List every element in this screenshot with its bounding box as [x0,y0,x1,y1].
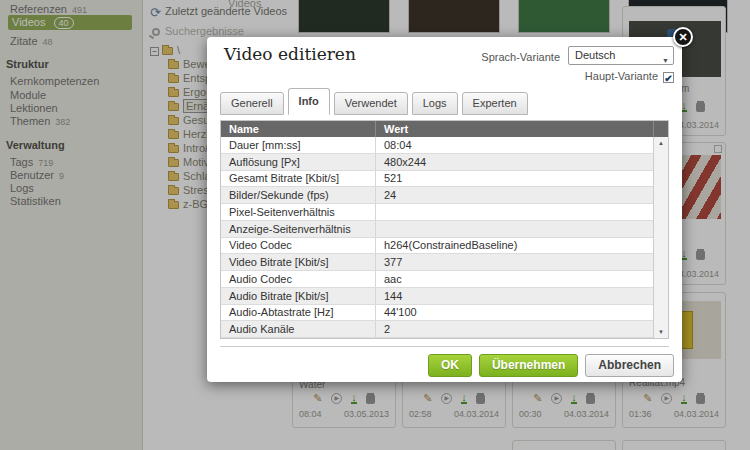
table-row: Anzeige-Seitenverhältnis [221,221,653,238]
info-table: Name Wert Dauer [mm:ss]08:04 Auflösung [… [220,120,669,339]
column-header-wert: Wert [376,121,653,137]
language-variant-select[interactable]: Deutsch ▼ [568,46,674,65]
table-row: Audio Kanäle2 [221,321,653,338]
dialog-buttons: OK Übernehmen Abbrechen [428,354,674,377]
close-icon[interactable]: ✕ [673,27,693,47]
chevron-down-icon: ▼ [662,52,669,69]
dialog-title: Video editieren [224,44,356,64]
table-row: Audio-Abtastrate [Hz]44'100 [221,305,653,322]
ok-button[interactable]: OK [428,354,472,377]
cancel-button[interactable]: Abbrechen [585,354,674,377]
scroll-down-icon[interactable]: ▼ [654,329,668,335]
main-variant-row: Haupt-Variante✔ [585,70,674,83]
table-row: Gesamt Bitrate [Kbit/s]521 [221,171,653,188]
table-row: Video Bitrate [Kbit/s]377 [221,254,653,271]
tab-logs[interactable]: Logs [412,92,458,115]
main-variant-checkbox[interactable]: ✔ [663,72,674,83]
dialog-tabs: Generell Info Verwendet Logs Experten [220,89,528,115]
column-header-stub [653,121,668,137]
table-row: Bilder/Sekunde (fps)24 [221,187,653,204]
table-body: Dauer [mm:ss]08:04 Auflösung [Px]480x244… [221,137,653,338]
column-header-name: Name [221,121,376,137]
footer-divider [220,346,669,347]
table-row: Auflösung [Px]480x244 [221,154,653,171]
tab-experten[interactable]: Experten [462,92,528,115]
table-header-row: Name Wert [221,121,668,137]
table-row: Pixel-Seitenverhältnis [221,204,653,221]
table-row: Dauer [mm:ss]08:04 [221,137,653,154]
video-edit-dialog: Video editieren Sprach-Variante Deutsch … [207,37,682,382]
main-variant-label: Haupt-Variante [585,70,658,82]
table-row: Audio Codecaac [221,271,653,288]
tab-verwendet[interactable]: Verwendet [334,92,408,115]
selected-language: Deutsch [575,49,615,61]
scroll-up-icon[interactable]: ▲ [654,140,668,146]
table-scrollbar[interactable]: ▲ ▼ [653,137,668,338]
table-row: Video Codech264(ConstrainedBaseline) [221,238,653,255]
table-row: Audio Bitrate [Kbit/s]144 [221,288,653,305]
language-variant-label: Sprach-Variante [481,51,560,63]
apply-button[interactable]: Übernehmen [479,354,578,377]
tab-generell[interactable]: Generell [220,92,284,115]
tab-info[interactable]: Info [288,88,330,115]
